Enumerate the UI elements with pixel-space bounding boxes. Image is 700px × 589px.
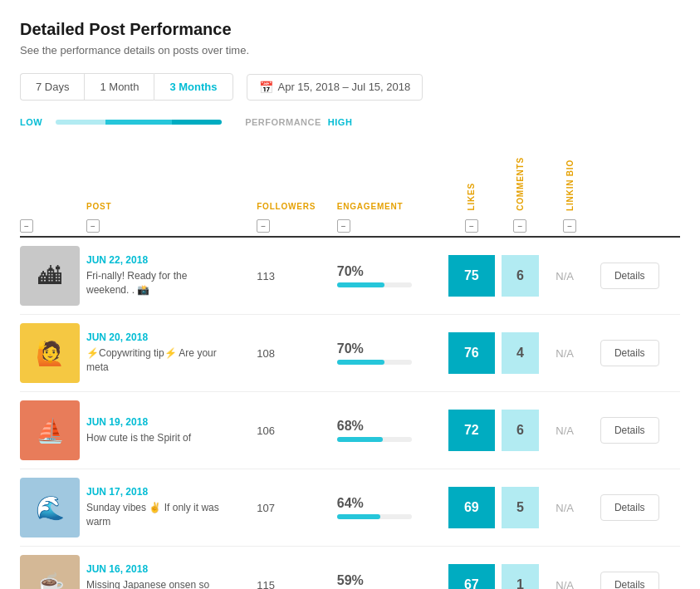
engagement-cell: 59% bbox=[337, 547, 448, 589]
comments-value: 6 bbox=[502, 410, 540, 451]
post-thumbnail-cell: 🌊 bbox=[20, 469, 86, 547]
linkinbio-value: N/A bbox=[546, 502, 584, 514]
engagement-bar-bg bbox=[337, 437, 412, 442]
post-date: JUN 20, 2018 bbox=[86, 331, 250, 343]
followers-value: 107 bbox=[257, 502, 275, 514]
post-date: JUN 17, 2018 bbox=[86, 486, 250, 498]
engagement-percent: 68% bbox=[337, 419, 442, 434]
linkinbio-cell: N/A bbox=[546, 237, 600, 315]
followers-cell: 108 bbox=[257, 315, 337, 392]
post-text: Missing Japanese onsen so much bbox=[86, 578, 219, 589]
time-controls: 7 Days 1 Month 3 Months 📅 Apr 15, 2018 –… bbox=[20, 73, 680, 101]
linkinbio-value: N/A bbox=[546, 579, 584, 589]
likes-value: 67 bbox=[448, 564, 495, 589]
select-all-likes[interactable]: − bbox=[465, 219, 478, 233]
likes-value: 75 bbox=[448, 255, 495, 297]
engagement-percent: 59% bbox=[337, 573, 442, 588]
linkinbio-value: N/A bbox=[546, 270, 584, 282]
comments-value: 4 bbox=[502, 332, 540, 374]
table-row: 🙋 JUN 20, 2018 ⚡Copywriting tip⚡ Are you… bbox=[20, 315, 680, 392]
likes-value: 76 bbox=[448, 332, 495, 374]
linkinbio-value: N/A bbox=[546, 425, 584, 437]
post-info-cell: JUN 16, 2018 Missing Japanese onsen so m… bbox=[86, 547, 257, 589]
engagement-cell: 68% bbox=[337, 392, 448, 469]
btn-7days[interactable]: 7 Days bbox=[20, 73, 84, 101]
likes-cell: 69 bbox=[448, 469, 502, 547]
details-cell: Details bbox=[600, 469, 680, 547]
perf-mid-label: PERFORMANCE bbox=[245, 117, 321, 127]
th-engagement: ENGAGEMENT bbox=[337, 147, 448, 216]
linkinbio-cell: N/A bbox=[546, 315, 600, 392]
perf-low-label: LOW bbox=[20, 117, 42, 127]
select-all-post[interactable]: − bbox=[86, 219, 100, 233]
post-thumbnail: 🏙 bbox=[20, 246, 80, 306]
th-actions bbox=[600, 147, 680, 216]
table-row: 🏙 JUN 22, 2018 Fri-nally! Ready for the … bbox=[20, 237, 680, 315]
engagement-bar-bg bbox=[337, 514, 412, 519]
select-all-followers[interactable]: − bbox=[257, 219, 270, 233]
perf-high-label: HIGH bbox=[328, 117, 353, 127]
select-all-comments[interactable]: − bbox=[513, 219, 526, 233]
details-cell: Details bbox=[600, 392, 680, 469]
table-checkbox-row: − − − − − − − bbox=[20, 216, 680, 238]
comments-cell: 1 bbox=[502, 547, 546, 589]
th-followers: FOLLOWERS bbox=[257, 147, 337, 216]
th-likes: LIKES bbox=[448, 147, 502, 216]
comments-cell: 6 bbox=[502, 237, 546, 315]
post-info-cell: JUN 17, 2018 Sunday vibes ✌ If only it w… bbox=[86, 469, 257, 547]
linkinbio-cell: N/A bbox=[546, 469, 600, 547]
posts-table: POST FOLLOWERS ENGAGEMENT LIKES COMMENTS… bbox=[20, 147, 680, 589]
engagement-bar-fill bbox=[337, 514, 380, 519]
page-subtitle: See the performance details on posts ove… bbox=[20, 44, 680, 56]
details-button[interactable]: Details bbox=[600, 263, 659, 289]
details-button[interactable]: Details bbox=[600, 572, 659, 589]
followers-value: 115 bbox=[257, 579, 275, 589]
engagement-bar-fill bbox=[337, 360, 384, 365]
followers-cell: 107 bbox=[257, 469, 337, 547]
post-info-cell: JUN 22, 2018 Fri-nally! Ready for the we… bbox=[86, 237, 257, 315]
table-row: ⛵ JUN 19, 2018 How cute is the Spirit of… bbox=[20, 392, 680, 469]
engagement-percent: 64% bbox=[337, 496, 442, 511]
select-all-linkinbio[interactable]: − bbox=[563, 219, 576, 233]
details-button[interactable]: Details bbox=[600, 417, 659, 444]
date-range-picker[interactable]: 📅 Apr 15, 2018 – Jul 15, 2018 bbox=[247, 74, 423, 101]
post-thumbnail-cell: 🙋 bbox=[20, 315, 86, 392]
table-header-row: POST FOLLOWERS ENGAGEMENT LIKES COMMENTS… bbox=[20, 147, 680, 216]
linkinbio-value: N/A bbox=[546, 347, 584, 360]
perf-bar-low bbox=[56, 120, 105, 125]
engagement-cell: 70% bbox=[337, 237, 448, 315]
post-thumbnail-cell: ⛵ bbox=[20, 392, 86, 469]
select-all-thumb[interactable]: − bbox=[20, 219, 33, 233]
post-text: Sunday vibes ✌ If only it was warm bbox=[86, 501, 219, 529]
details-button[interactable]: Details bbox=[600, 340, 659, 366]
th-post: POST bbox=[86, 147, 257, 216]
performance-bar-section: LOW PERFORMANCE HIGH bbox=[20, 117, 680, 127]
select-all-engagement[interactable]: − bbox=[337, 219, 350, 233]
details-button[interactable]: Details bbox=[600, 494, 659, 521]
calendar-icon: 📅 bbox=[259, 81, 273, 94]
performance-bar bbox=[56, 120, 238, 125]
likes-value: 69 bbox=[448, 487, 495, 528]
likes-cell: 75 bbox=[448, 237, 502, 315]
th-linkinbio: LINKIN BIO bbox=[546, 147, 600, 216]
engagement-cell: 64% bbox=[337, 469, 448, 547]
post-thumbnail: 🙋 bbox=[20, 323, 80, 383]
linkinbio-cell: N/A bbox=[546, 547, 600, 589]
followers-cell: 113 bbox=[257, 237, 337, 315]
comments-value: 1 bbox=[502, 564, 540, 589]
btn-1month[interactable]: 1 Month bbox=[84, 73, 154, 101]
date-range-label: Apr 15, 2018 – Jul 15, 2018 bbox=[278, 81, 411, 93]
details-cell: Details bbox=[600, 315, 680, 392]
page-title: Detailed Post Performance bbox=[20, 20, 680, 39]
details-cell: Details bbox=[600, 237, 680, 315]
engagement-bar-fill bbox=[337, 437, 383, 442]
post-thumbnail: 🌊 bbox=[20, 478, 80, 537]
details-cell: Details bbox=[600, 547, 680, 589]
likes-cell: 72 bbox=[448, 392, 502, 469]
post-thumbnail: ⛵ bbox=[20, 400, 80, 460]
btn-3months[interactable]: 3 Months bbox=[154, 73, 233, 101]
post-date: JUN 22, 2018 bbox=[86, 254, 250, 266]
engagement-cell: 70% bbox=[337, 315, 448, 392]
post-thumbnail-cell: 🏙 bbox=[20, 237, 86, 315]
table-row: ☕ JUN 16, 2018 Missing Japanese onsen so… bbox=[20, 547, 680, 589]
